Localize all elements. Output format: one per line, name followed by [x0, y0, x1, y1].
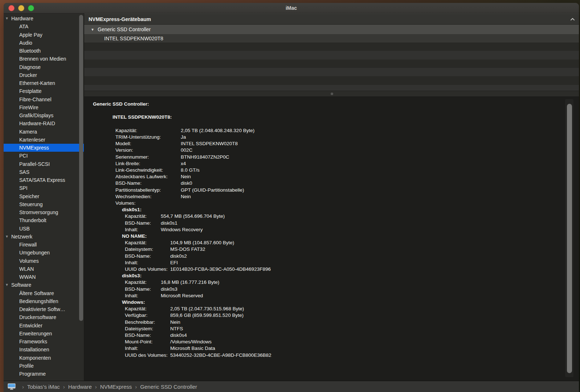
property-value: MS-DOS FAT32: [170, 246, 557, 253]
sidebar-item-label: Ältere Software: [19, 290, 54, 296]
sidebar-item[interactable]: Stromversorgung: [4, 208, 84, 216]
sidebar-item[interactable]: Fibre-Channel: [4, 95, 84, 103]
sidebar-item[interactable]: SPI: [4, 184, 84, 192]
property-value: Nein: [181, 193, 557, 200]
sidebar-item[interactable]: Speicher: [4, 192, 84, 200]
breadcrumb-separator: ›: [63, 384, 65, 390]
breadcrumb-item[interactable]: › Generic SSD Controller: [132, 384, 197, 390]
breadcrumb-item[interactable]: › NVMExpress: [92, 384, 132, 390]
sidebar-item[interactable]: Thunderbolt: [4, 216, 84, 224]
sidebar-item[interactable]: Druckersoftware: [4, 313, 84, 321]
tree-row-generic-ssd-controller[interactable]: ▼ Generic SSD Controller: [84, 25, 579, 34]
sidebar-item[interactable]: WLAN: [4, 265, 84, 273]
breadcrumb-item[interactable]: › Hardware: [60, 384, 92, 390]
close-button[interactable]: [8, 5, 15, 11]
sidebar-item[interactable]: Profile: [4, 362, 84, 370]
sidebar-item[interactable]: Apple Pay: [4, 31, 84, 39]
divider-grab-handle[interactable]: [331, 93, 333, 95]
sidebar-item[interactable]: Entwickler: [4, 322, 84, 330]
property-value: EFI: [170, 260, 557, 266]
sidebar-section: ▼ Netzwerk Firewall Umgebungen Volumes: [4, 233, 84, 281]
volume-block: Windows: Kapazität: 2,05 TB (2.047.730.5…: [93, 299, 557, 359]
sidebar-item[interactable]: Audio: [4, 39, 84, 47]
sidebar-item[interactable]: Drucker: [4, 71, 84, 79]
zoom-button[interactable]: [28, 5, 34, 11]
sidebar-item[interactable]: Diagnose: [4, 63, 84, 71]
sidebar-section-label: Netzwerk: [11, 233, 32, 241]
property-value: 1E014B20-FCBA-3E9C-A050-4DB46923F896: [170, 266, 557, 273]
sidebar-item[interactable]: Firewall: [4, 241, 84, 249]
sidebar-scrollbar-thumb[interactable]: [79, 15, 83, 321]
collapse-section-button[interactable]: [570, 18, 575, 21]
sidebar-item[interactable]: SATA/SATA Express: [4, 176, 84, 184]
sidebar-item[interactable]: Ältere Software: [4, 289, 84, 297]
sidebar-item[interactable]: SAS: [4, 168, 84, 176]
sidebar-item[interactable]: NVMExpress: [4, 144, 84, 152]
sidebar-item[interactable]: Kamera: [4, 128, 84, 136]
sidebar-item[interactable]: Festplatte: [4, 87, 84, 95]
split-divider[interactable]: [84, 91, 579, 97]
property-value: Ja: [181, 134, 557, 140]
disclosure-triangle-icon[interactable]: ▼: [5, 281, 11, 289]
property-label: BSD-Name:: [125, 253, 170, 260]
sidebar-item[interactable]: ATA: [4, 23, 84, 30]
detail-scrollbar-thumb[interactable]: [567, 104, 572, 373]
sidebar-section-header[interactable]: ▼ Hardware: [4, 15, 84, 23]
sidebar-item-label: Grafik/Displays: [19, 113, 53, 118]
sidebar-item[interactable]: Komponenten: [4, 354, 84, 362]
sidebar-item[interactable]: Grafik/Displays: [4, 111, 84, 119]
property-value: 53440252-32BD-4CBE-A98D-FCB800E36B82: [170, 352, 557, 359]
sidebar-section-items: Firewall Umgebungen Volumes WLAN WWAN: [4, 241, 84, 281]
sidebar-item[interactable]: Erweiterungen: [4, 330, 84, 338]
property-value: BTNH918407ZN2P0C: [181, 154, 557, 160]
sidebar-item-label: Entwickler: [19, 323, 42, 328]
sidebar-item[interactable]: Bedienungshilfen: [4, 297, 84, 305]
property-label: Seriennummer:: [115, 154, 181, 160]
sidebar-item[interactable]: PCI: [4, 152, 84, 160]
sidebar-item[interactable]: Frameworks: [4, 338, 84, 346]
sidebar-item-label: Firewall: [19, 242, 37, 248]
sidebar-item[interactable]: Programme: [4, 370, 84, 378]
title-bar[interactable]: iMac: [4, 3, 579, 13]
property-label: Verfügbar:: [125, 312, 170, 319]
property-value: 002C: [181, 147, 557, 154]
sidebar-section-items: Ältere Software Bedienungshilfen Deaktiv…: [4, 289, 84, 378]
sidebar-section-label: Hardware: [11, 15, 33, 23]
sidebar-item[interactable]: WWAN: [4, 273, 84, 281]
sidebar-item[interactable]: Kartenleser: [4, 136, 84, 144]
breadcrumb-label: Hardware: [68, 384, 92, 390]
sidebar-item[interactable]: Bluetooth: [4, 47, 84, 55]
sidebar-section-header[interactable]: ▼ Software: [4, 281, 84, 289]
property-value: disk0: [181, 180, 557, 187]
sidebar-item[interactable]: Installationen: [4, 346, 84, 354]
tree-row-intel-ssd[interactable]: INTEL SSDPEKNW020T8: [84, 34, 579, 42]
sidebar-item-label: FireWire: [19, 105, 38, 110]
device-section-title: INTEL SSDPEKNW020T8:: [113, 114, 557, 121]
minimize-button[interactable]: [18, 5, 24, 11]
sidebar-item[interactable]: Ethernet-Karten: [4, 79, 84, 87]
property-value: 16,8 MB (16.777.216 Byte): [161, 279, 557, 286]
sidebar-item[interactable]: Umgebungen: [4, 249, 84, 257]
sidebar-item[interactable]: Brennen von Medien: [4, 55, 84, 63]
volume-properties: Kapazität: 104,9 MB (104.857.600 Byte) D…: [125, 240, 557, 273]
sidebar: ▼ Hardware ATA Apple Pay Audio: [4, 13, 84, 381]
disclosure-triangle-icon[interactable]: ▼: [91, 28, 98, 32]
sidebar-item-label: Frameworks: [19, 339, 47, 344]
sidebar-item[interactable]: Volumes: [4, 257, 84, 265]
sidebar-item[interactable]: Deaktivierte Softw…: [4, 305, 84, 313]
sidebar-item[interactable]: USB: [4, 225, 84, 233]
sidebar-item-label: Brennen von Medien: [19, 56, 66, 62]
sidebar-item[interactable]: Hardware-RAID: [4, 119, 84, 127]
property-label: Version:: [115, 147, 181, 154]
sidebar-item[interactable]: Steuerung: [4, 200, 84, 208]
sidebar-item[interactable]: Parallel-SCSI: [4, 160, 84, 168]
disclosure-triangle-icon[interactable]: ▼: [5, 233, 11, 241]
sidebar-section-header[interactable]: ▼ Netzwerk: [4, 233, 84, 241]
sidebar-item-label: Druckersoftware: [19, 314, 56, 320]
detail-pane: Generic SSD Controller: INTEL SSDPEKNW02…: [84, 97, 579, 381]
breadcrumb-item[interactable]: › Tobias’s iMac: [19, 384, 60, 390]
sidebar-section-label: Software: [11, 281, 31, 289]
controller-section-title: Generic SSD Controller:: [93, 101, 557, 107]
disclosure-triangle-icon[interactable]: ▼: [5, 15, 11, 23]
sidebar-item[interactable]: FireWire: [4, 103, 84, 111]
